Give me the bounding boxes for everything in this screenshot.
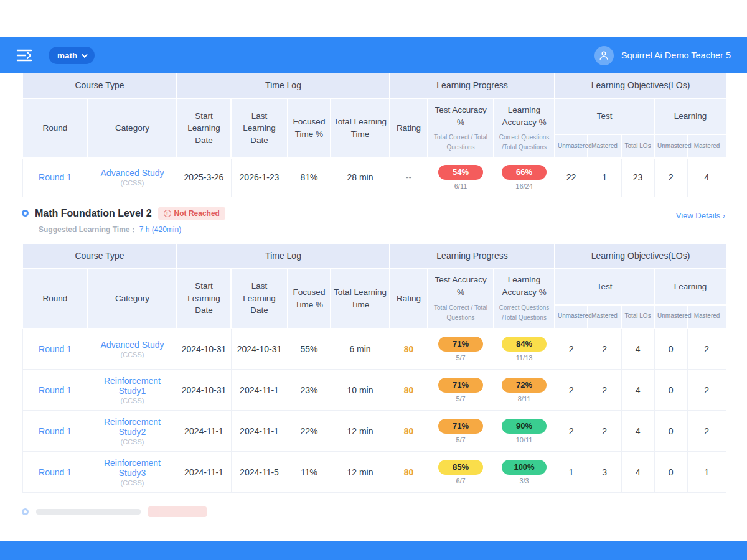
cell-focused-time: 22% <box>288 411 331 452</box>
cell-learning-mastered: 2 <box>687 411 726 452</box>
cell-focused-time: 55% <box>288 329 331 370</box>
round-link[interactable]: Round 1 <box>39 344 72 354</box>
learning-accuracy-pill: 66% <box>502 165 547 180</box>
header-test-group: Test <box>555 269 654 305</box>
category-standard: (CCSS) <box>90 397 176 404</box>
faded-status-badge <box>148 506 207 517</box>
cell-learning-unmastered: 2 <box>654 158 687 197</box>
category-standard: (CCSS) <box>90 479 176 487</box>
cell-test-unmastered: 22 <box>555 158 588 197</box>
cell-total-los: 4 <box>621 370 654 411</box>
header-test-accuracy: Test Accuracy % Total Correct / Total Qu… <box>428 269 494 329</box>
suggested-time-label: Suggested Learning Time： <box>39 225 137 234</box>
cell-focused-time: 81% <box>288 158 331 197</box>
cell-total-los: 4 <box>621 452 654 493</box>
test-accuracy-pill: 71% <box>438 337 483 352</box>
table-row: Round 1 Reinforcement Study2 (CCSS) 2024… <box>22 411 726 452</box>
test-accuracy-fraction: 5/7 <box>430 354 492 362</box>
header-learning-mastered: Mastered <box>687 134 726 158</box>
category-link[interactable]: Reinforcement Study1 <box>104 376 161 396</box>
category-link[interactable]: Reinforcement Study2 <box>104 417 161 437</box>
header-category: Category <box>88 269 177 329</box>
cell-rating: 80 <box>390 329 428 370</box>
round-link[interactable]: Round 1 <box>39 385 72 395</box>
cell-test-mastered: 2 <box>588 370 621 411</box>
category-link[interactable]: Advanced Study <box>101 168 164 178</box>
header-learning-progress: Learning Progress <box>390 73 555 98</box>
round-link[interactable]: Round 1 <box>39 467 72 477</box>
cell-total-time: 10 min <box>331 370 390 411</box>
header-total-los: Total LOs <box>621 305 654 329</box>
cell-category: Advanced Study (CCSS) <box>88 158 177 197</box>
header-time-log: Time Log <box>177 244 390 269</box>
status-badge: ! Not Reached <box>158 207 225 220</box>
cell-rating: 80 <box>390 452 428 493</box>
header-round: Round <box>22 98 88 158</box>
cell-start-date: 2024-10-31 <box>177 329 231 370</box>
test-accuracy-pill: 54% <box>438 165 483 180</box>
cell-total-time: 12 min <box>331 411 390 452</box>
cell-test-accuracy: 71% 5/7 <box>428 370 494 411</box>
header-test-accuracy: Test Accuracy % Total Correct / Total Qu… <box>428 98 494 158</box>
learning-accuracy-fraction: 16/24 <box>496 182 553 190</box>
table-row: Round 1 Advanced Study (CCSS) 2024-10-31… <box>22 329 726 370</box>
cell-learning-mastered: 4 <box>687 158 726 197</box>
table-row: Round 1 Reinforcement Study1 (CCSS) 2024… <box>22 370 726 411</box>
cell-test-accuracy: 71% 5/7 <box>428 411 494 452</box>
cell-learning-accuracy: 66% 16/24 <box>494 158 555 197</box>
cell-test-unmastered: 2 <box>555 370 588 411</box>
cell-last-date: 2026-1-23 <box>231 158 288 197</box>
cell-focused-time: 23% <box>288 370 331 411</box>
cell-last-date: 2024-10-31 <box>231 329 288 370</box>
main-content: Course Type Time Log Learning Progress L… <box>22 73 725 517</box>
level-bullet-icon <box>22 508 29 515</box>
header-learning-group: Learning <box>654 98 726 134</box>
cell-learning-accuracy: 90% 10/11 <box>494 411 555 452</box>
round-link[interactable]: Round 1 <box>39 172 72 182</box>
header-learning-mastered: Mastered <box>687 305 726 329</box>
header-last-date: Last Learning Date <box>231 269 288 329</box>
cell-test-accuracy: 54% 6/11 <box>428 158 494 197</box>
header-last-date: Last Learning Date <box>231 98 288 158</box>
cell-test-mastered: 3 <box>588 452 621 493</box>
user-avatar[interactable] <box>594 46 614 65</box>
subject-label: math <box>57 51 77 60</box>
cell-rating: 80 <box>390 370 428 411</box>
cell-round: Round 1 <box>22 158 88 197</box>
cell-round: Round 1 <box>22 329 88 370</box>
table-row: Round 1 Reinforcement Study3 (CCSS) 2024… <box>22 452 726 493</box>
menu-toggle-icon[interactable] <box>16 48 35 63</box>
cell-learning-unmastered: 0 <box>654 370 687 411</box>
subject-dropdown[interactable]: math <box>49 47 95 64</box>
category-standard: (CCSS) <box>90 351 176 358</box>
header-learning-objectives: Learning Objectives(LOs) <box>555 73 726 98</box>
header-learning-unmastered: Unmastered <box>654 305 687 329</box>
cell-learning-accuracy: 100% 3/3 <box>494 452 555 493</box>
cell-total-time: 12 min <box>331 452 390 493</box>
header-time-log: Time Log <box>177 73 390 98</box>
top-nav-bar: math Squirrel Ai Demo Teacher 5 <box>0 37 747 73</box>
test-accuracy-pill: 71% <box>438 378 483 393</box>
cell-category: Reinforcement Study1 (CCSS) <box>88 370 177 411</box>
header-learning-accuracy-sub: Correct Questions /Total Questions <box>497 303 552 323</box>
view-details-link[interactable]: View Details › <box>676 211 725 220</box>
header-start-date: Start Learning Date <box>177 269 231 329</box>
header-test-group: Test <box>555 98 654 134</box>
course-table-level2: Course Type Time Log Learning Progress L… <box>22 244 726 493</box>
round-link[interactable]: Round 1 <box>39 426 72 436</box>
cell-test-unmastered: 2 <box>555 329 588 370</box>
cell-start-date: 2025-3-26 <box>177 158 231 197</box>
cell-category: Reinforcement Study3 (CCSS) <box>88 452 177 493</box>
faded-section-title <box>36 509 141 515</box>
category-link[interactable]: Advanced Study <box>101 340 164 350</box>
cell-test-accuracy: 71% 5/7 <box>428 329 494 370</box>
header-learning-accuracy: Learning Accuracy % Correct Questions /T… <box>494 269 555 329</box>
user-name[interactable]: Squirrel Ai Demo Teacher 5 <box>621 50 731 60</box>
category-link[interactable]: Reinforcement Study3 <box>104 458 161 478</box>
header-test-unmastered: Unmastered <box>555 134 588 158</box>
cell-category: Reinforcement Study2 (CCSS) <box>88 411 177 452</box>
category-standard: (CCSS) <box>90 179 176 187</box>
header-rating: Rating <box>390 269 428 329</box>
header-round: Round <box>22 269 88 329</box>
cell-test-accuracy: 85% 6/7 <box>428 452 494 493</box>
